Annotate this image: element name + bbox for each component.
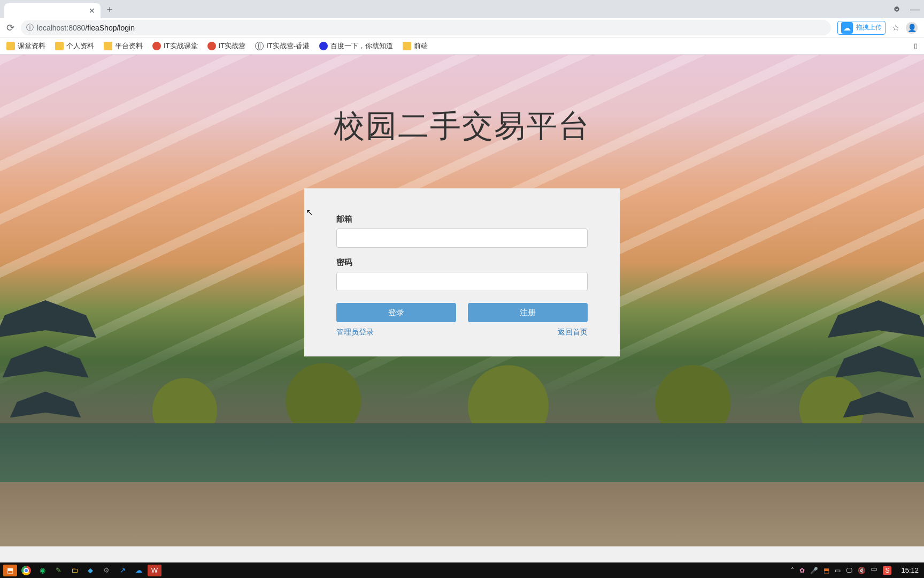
admin-login-link[interactable]: 管理员登录 bbox=[336, 328, 374, 337]
tray-mic-icon[interactable]: 🎤 bbox=[810, 567, 818, 574]
taskbar-app-icon[interactable]: ◆ bbox=[83, 565, 97, 576]
profile-avatar-icon[interactable]: 👤 bbox=[906, 22, 918, 34]
background-water bbox=[0, 423, 924, 482]
bookmark-item[interactable]: IT实战营-香港 bbox=[255, 41, 310, 51]
minimize-icon[interactable]: — bbox=[910, 4, 920, 15]
svg-point-0 bbox=[894, 6, 899, 11]
bookmarks-bar: 课堂资料个人资料平台资料IT实战课堂IT实战营IT实战营-香港百度一下，你就知道… bbox=[0, 37, 924, 55]
tray-volume-icon[interactable]: 🔇 bbox=[858, 567, 866, 574]
address-bar: ⟳ ⓘ localhost:8080/fleaShop/login ☁ 拖拽上传… bbox=[0, 18, 924, 37]
taskbar-explorer-icon[interactable]: 🗀 bbox=[67, 565, 81, 576]
url-input[interactable]: ⓘ localhost:8080/fleaShop/login bbox=[21, 20, 831, 35]
tray-flower-icon[interactable]: ✿ bbox=[799, 567, 805, 574]
system-tray: ˄ ✿ 🎤 ⬒ ▭ 🖵 🔇 中 S 15:12 bbox=[791, 566, 921, 575]
background-pagoda-right bbox=[828, 300, 924, 439]
bookmarks-overflow-icon[interactable]: ▯ bbox=[914, 42, 918, 50]
bookmark-item[interactable]: IT实战营 bbox=[207, 41, 246, 51]
page-title: 校园二手交易平台 bbox=[334, 105, 590, 147]
tray-chevron-icon[interactable]: ˄ bbox=[791, 567, 794, 574]
bookmark-label: 百度一下，你就知道 bbox=[330, 41, 393, 51]
background-ground bbox=[0, 482, 924, 546]
login-button[interactable]: 登录 bbox=[336, 303, 456, 322]
folder-icon bbox=[104, 42, 112, 50]
taskbar: ⬒ ◉ ✎ 🗀 ◆ ⚙ ↗ ☁ W ˄ ✿ 🎤 ⬒ ▭ 🖵 🔇 中 S 15:1… bbox=[0, 562, 924, 578]
red-icon bbox=[152, 42, 161, 50]
bookmark-label: 课堂资料 bbox=[18, 41, 45, 51]
reload-icon[interactable]: ⟳ bbox=[6, 22, 14, 34]
background-pagoda-left bbox=[0, 300, 96, 439]
bookmark-item[interactable]: IT实战课堂 bbox=[152, 41, 198, 51]
page-content: 校园二手交易平台 邮箱 密码 登录 注册 管理员登录 返回首页 ↖ bbox=[0, 55, 924, 546]
url-host: localhost:8080 bbox=[37, 24, 85, 32]
taskbar-app-icon[interactable]: W bbox=[148, 565, 161, 576]
password-label: 密码 bbox=[336, 257, 588, 268]
folder-icon bbox=[55, 42, 64, 50]
bookmark-item[interactable]: 百度一下，你就知道 bbox=[319, 41, 393, 51]
browser-tab[interactable]: ✕ bbox=[4, 3, 101, 18]
taskbar-chrome-icon[interactable] bbox=[19, 565, 33, 576]
new-tab-button[interactable]: ＋ bbox=[105, 3, 114, 16]
register-button[interactable]: 注册 bbox=[468, 303, 588, 322]
taskbar-app-icon[interactable]: ↗ bbox=[116, 565, 129, 576]
globe-icon bbox=[255, 42, 264, 50]
bookmark-item[interactable]: 平台资料 bbox=[104, 41, 143, 51]
bookmark-label: 前端 bbox=[414, 41, 428, 51]
bookmark-star-icon[interactable]: ☆ bbox=[892, 22, 899, 33]
caret-down-icon[interactable] bbox=[893, 5, 900, 13]
folder-icon bbox=[403, 42, 411, 50]
tray-app-icon[interactable]: ⬒ bbox=[823, 567, 829, 574]
bookmark-label: 个人资料 bbox=[66, 41, 94, 51]
browser-tab-strip: ✕ ＋ — bbox=[0, 0, 924, 18]
taskbar-wechat-icon[interactable]: ◉ bbox=[35, 565, 49, 576]
taskbar-app-icon[interactable]: ☁ bbox=[132, 565, 145, 576]
red-icon bbox=[207, 42, 216, 50]
tray-display-icon[interactable]: 🖵 bbox=[846, 567, 852, 574]
bookmark-label: IT实战营-香港 bbox=[266, 41, 310, 51]
login-card: 邮箱 密码 登录 注册 管理员登录 返回首页 bbox=[304, 188, 620, 356]
baidu-icon bbox=[319, 42, 328, 50]
bookmark-label: IT实战营 bbox=[219, 41, 246, 51]
baidu-upload-extension[interactable]: ☁ 拖拽上传 bbox=[837, 21, 886, 35]
close-tab-icon[interactable]: ✕ bbox=[89, 6, 95, 15]
password-field[interactable] bbox=[336, 272, 588, 291]
bookmark-item[interactable]: 课堂资料 bbox=[6, 41, 45, 51]
email-field[interactable] bbox=[336, 229, 588, 248]
bookmark-label: IT实战课堂 bbox=[164, 41, 198, 51]
taskbar-app-icon[interactable]: ⬒ bbox=[3, 565, 17, 576]
bookmark-item[interactable]: 个人资料 bbox=[55, 41, 94, 51]
back-home-link[interactable]: 返回首页 bbox=[558, 328, 588, 337]
url-path: /fleaShop/login bbox=[85, 24, 135, 32]
tray-sogou-icon[interactable]: S bbox=[883, 566, 891, 575]
bookmark-item[interactable]: 前端 bbox=[403, 41, 428, 51]
taskbar-app-icon[interactable]: ⚙ bbox=[99, 565, 113, 576]
tray-ime-indicator[interactable]: 中 bbox=[871, 566, 877, 575]
folder-icon bbox=[6, 42, 15, 50]
bookmark-label: 平台资料 bbox=[115, 41, 143, 51]
taskbar-clock[interactable]: 15:12 bbox=[901, 566, 919, 574]
tray-battery-icon[interactable]: ▭ bbox=[835, 567, 841, 574]
taskbar-app-icon[interactable]: ✎ bbox=[51, 565, 65, 576]
email-label: 邮箱 bbox=[336, 214, 588, 224]
cloud-icon: ☁ bbox=[841, 22, 853, 34]
extension-label: 拖拽上传 bbox=[856, 23, 882, 32]
site-info-icon[interactable]: ⓘ bbox=[26, 23, 34, 33]
